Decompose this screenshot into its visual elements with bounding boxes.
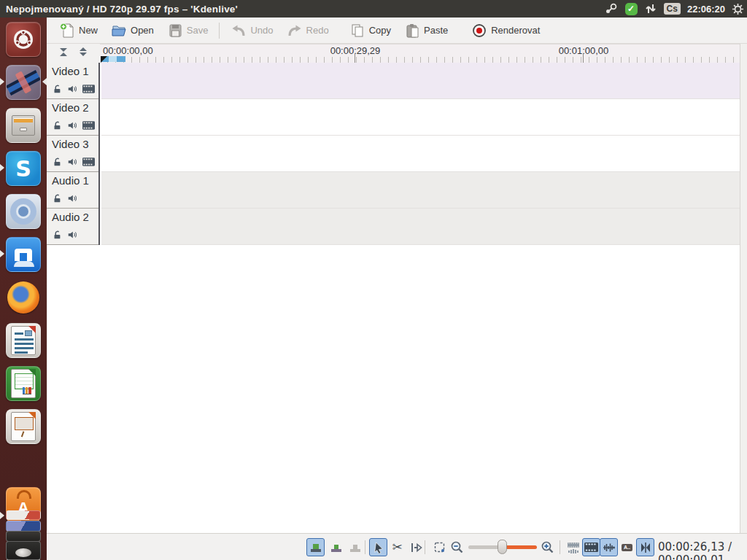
toolbar-separator (219, 23, 220, 39)
snap-button[interactable] (636, 538, 654, 556)
track-header-video-1[interactable]: Video 1 (47, 63, 98, 99)
marker-comments-icon: A.. (622, 544, 632, 551)
top-panel: Nepojmenovaný / HD 720p 29.97 fps – 'Kde… (0, 0, 747, 18)
save-button[interactable]: Save (160, 20, 215, 42)
spacer-arrow-icon (410, 541, 423, 554)
launcher-item-maxthon[interactable] (6, 237, 41, 272)
statusbar-separator (365, 540, 365, 554)
launcher-item-libreoffice-writer[interactable] (6, 323, 41, 358)
zoom-in-button[interactable] (538, 538, 557, 556)
button-label: Paste (424, 25, 448, 36)
launcher-item-file-manager[interactable] (6, 108, 41, 143)
collapse-tracks-icon[interactable] (58, 47, 69, 60)
hide-video-icon[interactable] (82, 158, 95, 166)
launcher-item-kdenlive[interactable] (6, 65, 41, 100)
track-header-audio-2[interactable]: Audio 2 (47, 209, 98, 245)
razor-tool-button[interactable]: ✂ (388, 538, 406, 556)
insert-edit-mode-button[interactable] (346, 538, 364, 556)
major-tick (355, 54, 355, 63)
launcher-item-chromium[interactable] (6, 194, 41, 229)
mute-icon[interactable] (67, 193, 77, 203)
render-button[interactable]: Renderovat (465, 20, 546, 42)
chromium-logo-icon (10, 198, 36, 225)
mute-icon[interactable] (67, 120, 77, 131)
track-name: Audio 2 (52, 211, 98, 223)
lock-icon[interactable] (52, 193, 62, 203)
select-tool-button[interactable] (369, 538, 387, 556)
show-video-thumbnails-button[interactable] (582, 538, 600, 556)
clock[interactable]: 22:06:20 (687, 4, 725, 15)
track-header-video-2[interactable]: Video 2 (47, 99, 98, 136)
firefox-logo-icon (7, 281, 39, 314)
launcher-item-libreoffice-calc[interactable] (6, 366, 41, 401)
timeline-statusbar: ✂ A.. 00:00: (47, 533, 747, 560)
overwrite-edit-mode-button[interactable] (327, 538, 345, 556)
timeline-tracks-area[interactable] (101, 63, 740, 245)
normal-edit-mode-button[interactable] (306, 538, 325, 556)
track-header-audio-1[interactable]: Audio 1 (47, 172, 98, 209)
launcher-item-ubuntu-dash[interactable] (6, 22, 41, 57)
lock-icon[interactable] (52, 230, 62, 240)
fit-zoom-icon (433, 541, 446, 554)
show-marker-comments-button[interactable]: A.. (618, 538, 636, 556)
launcher-item-skype[interactable]: S (6, 151, 41, 186)
paste-button[interactable]: Paste (398, 20, 454, 42)
track-header-video-3[interactable]: Video 3 (47, 136, 98, 172)
steam-icon[interactable] (604, 2, 619, 15)
button-label: Redo (306, 25, 329, 36)
mute-icon[interactable] (67, 84, 77, 94)
hide-video-icon[interactable] (82, 85, 95, 93)
track-height-icon[interactable] (78, 47, 88, 60)
fit-zoom-button[interactable] (430, 538, 449, 556)
launcher-item-trash[interactable] (6, 541, 41, 560)
running-indicator-arrow (0, 512, 8, 519)
track-row-video-1[interactable] (101, 63, 740, 99)
running-indicator-arrow (0, 78, 8, 85)
ruler-label: 00:00:00,00 (103, 45, 153, 56)
track-size-button[interactable] (564, 538, 582, 556)
lock-icon[interactable] (52, 120, 62, 131)
playhead-marker[interactable] (101, 56, 107, 63)
launcher-stacked-app[interactable] (6, 531, 41, 542)
zoom-slider-handle[interactable] (498, 540, 507, 554)
new-button[interactable]: New (53, 20, 104, 42)
copy-button[interactable]: Copy (343, 20, 398, 42)
track-row-audio-1[interactable] (101, 172, 740, 209)
keyboard-layout-indicator[interactable]: Cs (664, 3, 681, 15)
launcher-item-libreoffice-impress[interactable] (6, 409, 41, 444)
launcher-stacked-app[interactable] (6, 521, 41, 532)
track-size-icon (566, 541, 581, 554)
zoom-out-button[interactable] (448, 538, 466, 556)
paste-clipboard-icon (404, 23, 420, 39)
status-check-icon[interactable]: ✓ (625, 3, 638, 15)
bag-handle-icon (17, 490, 31, 499)
button-label: Copy (369, 25, 391, 36)
session-gear-icon[interactable] (732, 3, 744, 15)
lock-icon[interactable] (52, 157, 62, 167)
undo-button[interactable]: Undo (224, 20, 279, 42)
hide-video-icon[interactable] (82, 121, 95, 130)
mute-icon[interactable] (67, 230, 77, 240)
timecode-display[interactable]: 00:00:26,13 / 00:00:00,01 (658, 540, 747, 560)
redo-button[interactable]: Redo (280, 20, 336, 42)
spacer-tool-button[interactable] (407, 538, 425, 556)
track-row-video-2[interactable] (101, 99, 740, 136)
video-thumbnails-icon (584, 542, 598, 552)
timeline-ruler[interactable]: 00:00:00,00 00:00:29,29 00:01:00,00 (100, 44, 740, 63)
launcher-stacked-app[interactable] (6, 510, 41, 520)
track-row-video-3[interactable] (101, 136, 740, 172)
show-audio-thumbnails-button[interactable] (600, 538, 618, 556)
statusbar-separator (425, 540, 425, 554)
timeline-scrollbar-area[interactable] (740, 44, 747, 533)
lock-icon[interactable] (52, 84, 62, 94)
ruler-label: 00:00:29,29 (330, 45, 381, 56)
track-row-audio-2[interactable] (101, 209, 740, 245)
edit-mode-icon (309, 541, 322, 554)
maxthon-logo-icon (15, 249, 32, 261)
skype-s-glyph: S (15, 156, 31, 182)
open-button[interactable]: Open (104, 20, 160, 42)
mute-icon[interactable] (67, 157, 77, 167)
network-arrows-icon[interactable] (644, 3, 657, 15)
launcher-item-firefox[interactable] (6, 280, 41, 315)
zoom-in-icon (541, 540, 554, 554)
